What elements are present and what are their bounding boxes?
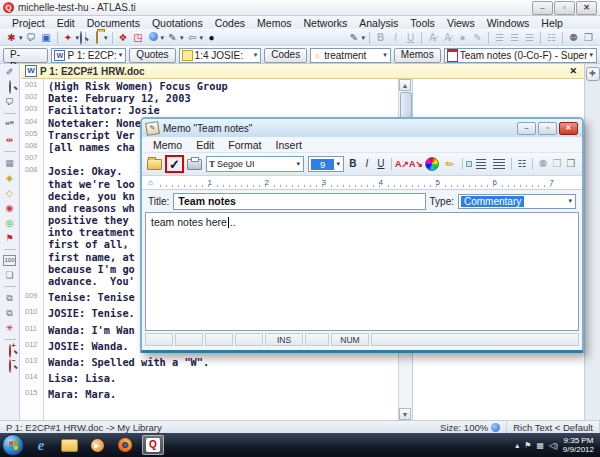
paste-icon[interactable]: ❒ <box>564 157 578 171</box>
font-color-wheel-icon[interactable] <box>424 156 440 172</box>
menu-networks[interactable]: Networks <box>297 17 353 29</box>
object-explorer-icon[interactable]: ❖ <box>117 31 130 44</box>
dropdown-icon[interactable]: ▾ <box>76 34 80 42</box>
text-pencil-icon[interactable]: ✎ <box>347 31 360 44</box>
memo-open-icon[interactable] <box>146 156 162 172</box>
object-crawler-icon[interactable]: ◳ <box>132 31 145 44</box>
status-size[interactable]: Size: 100% <box>434 421 507 433</box>
scroll-down-icon[interactable]: ▼ <box>399 408 411 420</box>
quote-marks-icon[interactable]: ❝❞ <box>3 119 16 131</box>
volume-icon[interactable]: ◁) <box>549 441 558 450</box>
memo-type-combo[interactable]: Commentary ▾ <box>458 194 576 209</box>
font-color-icon[interactable]: ● <box>456 31 469 44</box>
document-tab-title[interactable]: P 1: E2CP#1 HRW.doc <box>40 66 566 77</box>
memo-combo[interactable]: Team notes (0-Co-F) - Super ▾ <box>444 48 597 63</box>
memo-maximize-button[interactable]: ▫ <box>538 122 557 135</box>
menu-tools[interactable]: Tools <box>404 17 441 29</box>
taskbar-clock[interactable]: 9:35 PM 9/9/2012 <box>563 436 598 454</box>
dropdown-icon[interactable]: ▾ <box>361 34 365 42</box>
align-center-icon[interactable] <box>473 156 489 172</box>
memos-button[interactable]: Memos <box>394 48 441 63</box>
menu-quotations[interactable]: Quotations <box>146 17 209 29</box>
dropdown-icon[interactable]: ▾ <box>104 34 108 42</box>
font-size-combo[interactable]: 9 ▾ <box>308 156 344 172</box>
memo-menu-insert[interactable]: Insert <box>269 139 309 151</box>
memo-title-input[interactable] <box>173 193 425 210</box>
menu-project[interactable]: Project <box>6 17 51 29</box>
save-icon[interactable]: ▣ <box>40 31 53 44</box>
menu-help[interactable]: Help <box>535 17 569 29</box>
back-arrow-icon[interactable]: ⇦ <box>186 31 199 44</box>
toggle-red-icon[interactable]: ◉ <box>3 202 16 214</box>
menu-windows[interactable]: Windows <box>481 17 536 29</box>
start-button[interactable] <box>2 434 24 456</box>
font-grow-icon[interactable]: A↗ <box>395 157 409 171</box>
pdocs-button[interactable]: P-Docs <box>3 48 48 63</box>
comment-icon[interactable]: 🗩 <box>3 96 16 108</box>
highlight-icon[interactable]: ✎ <box>471 31 484 44</box>
font-family-combo[interactable]: T Segoe UI ▾ <box>206 156 304 172</box>
code-link-icon[interactable]: ◇ <box>3 187 16 199</box>
hu-loader-icon[interactable]: ✱ <box>5 31 18 44</box>
scroll-up-icon[interactable]: ▲ <box>399 79 411 91</box>
network-node2-icon[interactable]: ⧉ <box>3 307 16 319</box>
tab-close-icon[interactable]: ✕ <box>566 66 580 76</box>
code-combo[interactable]: ☼ treatment ▾ <box>310 48 391 63</box>
author-icon[interactable]: ⚉ <box>536 157 550 171</box>
clipboard-icon[interactable]: ❏ <box>3 269 16 281</box>
tray-expand-icon[interactable]: ▴ <box>515 441 519 450</box>
align-left-icon[interactable] <box>466 161 472 167</box>
font-down-icon[interactable]: A̷ <box>441 31 454 44</box>
bullet-list-icon[interactable]: ☷ <box>545 31 558 44</box>
bold-icon[interactable]: B <box>374 31 387 44</box>
memo-minimize-button[interactable]: – <box>517 122 536 135</box>
underline-icon[interactable]: U <box>404 31 417 44</box>
quote-resize-icon[interactable]: ⇹ <box>3 134 16 146</box>
edit-pencil-icon[interactable]: ✎ <box>166 31 179 44</box>
taskbar-firefox-icon[interactable]: ◍ <box>114 435 136 455</box>
memo-menu-format[interactable]: Format <box>221 139 268 151</box>
menu-views[interactable]: Views <box>441 17 481 29</box>
bullet-list-icon[interactable]: ☷ <box>515 157 529 171</box>
memo-print-icon[interactable] <box>187 156 203 172</box>
minimize-button[interactable]: – <box>532 1 553 15</box>
quotation-combo[interactable]: 1:4 JOSIE: ▾ <box>179 48 262 63</box>
taskbar-explorer-icon[interactable] <box>58 435 80 455</box>
copy-icon[interactable]: ❐ <box>582 31 595 44</box>
memo-close-button[interactable]: ✕ <box>559 122 578 135</box>
align-right-icon[interactable] <box>491 156 507 172</box>
memo-bold-icon[interactable]: B <box>346 157 360 171</box>
memo-dialog-titlebar[interactable]: ✎ Memo "Team notes" – ▫ ✕ <box>142 119 582 137</box>
code-yellow-icon[interactable]: ◈ <box>3 172 16 184</box>
menu-documents[interactable]: Documents <box>81 17 146 29</box>
network-node-icon[interactable]: ⧉ <box>3 292 16 304</box>
align-right-icon[interactable]: ☰ <box>523 31 536 44</box>
taskbar-mediaplayer-icon[interactable]: ▶ <box>86 435 108 455</box>
taskbar-ie-icon[interactable]: e <box>30 435 52 455</box>
search-objects-icon[interactable] <box>80 32 82 44</box>
user-icon[interactable]: ⚉ <box>567 31 580 44</box>
align-center-icon[interactable]: ☰ <box>508 31 521 44</box>
network-icon[interactable]: ▦ <box>536 441 544 450</box>
highlighter-icon[interactable]: ✎ <box>439 153 462 176</box>
taskbar-atlas-icon[interactable]: Q <box>142 435 164 455</box>
italic-icon[interactable]: I <box>389 31 402 44</box>
edit-mode-icon[interactable]: ✐ <box>3 66 16 78</box>
toggle-green-icon[interactable]: ◎ <box>3 217 16 229</box>
memo-flag-icon[interactable]: ⚑ <box>3 232 16 244</box>
memo-menu-edit[interactable]: Edit <box>189 139 221 151</box>
percent-box-icon[interactable]: 100 <box>3 255 16 266</box>
codes-button[interactable]: Codes <box>264 48 307 63</box>
memo-underline-icon[interactable]: U <box>374 157 388 171</box>
document-combo[interactable]: W P 1: E2CP: ▾ <box>51 48 126 63</box>
memo-body-editor[interactable]: team notes here... <box>145 212 579 331</box>
copy-icon[interactable]: ❐ <box>550 157 564 171</box>
status-text-format[interactable]: Rich Text < Default <box>507 421 600 433</box>
bomb-icon[interactable]: ● <box>205 31 218 44</box>
menu-memos[interactable]: Memos <box>251 17 297 29</box>
action-center-flag-icon[interactable]: ⚑ <box>524 441 531 450</box>
save-memo-checkmark-icon[interactable]: ✓ <box>169 157 180 172</box>
quotes-button[interactable]: Quotes <box>129 48 175 63</box>
dropdown-icon[interactable]: ▾ <box>180 34 184 42</box>
dropdown-icon[interactable]: ▾ <box>161 34 165 42</box>
